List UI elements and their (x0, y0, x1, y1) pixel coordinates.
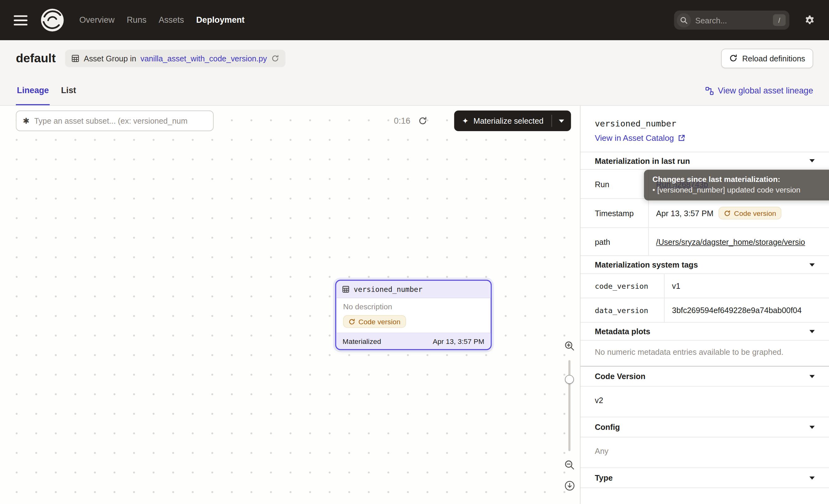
row-data-version: data_version 3bfc269594ef649228e9a74bab0… (580, 298, 829, 323)
code-version-tag-label: Code version (734, 209, 776, 217)
app-window: Overview Runs Assets Deployment / defaul… (0, 0, 829, 504)
search-input[interactable] (695, 15, 768, 25)
zoom-slider-track[interactable] (568, 360, 571, 451)
row-run-key: Run (580, 170, 648, 199)
asset-group-icon (72, 54, 79, 62)
global-search[interactable]: / (674, 10, 789, 30)
panel-top: versioned_number View in Asset Catalog (580, 106, 829, 143)
external-link-icon (678, 134, 685, 142)
nav-item-assets[interactable]: Assets (157, 13, 185, 27)
search-shortcut-badge: / (773, 14, 786, 26)
changes-tooltip: Changes since last materialization: • [v… (644, 170, 829, 200)
asset-subset-input[interactable] (34, 116, 207, 125)
refresh-graph-icon[interactable] (418, 116, 427, 125)
section-materialization-last-run[interactable]: Materialization in last run (580, 152, 829, 170)
zoom-controls (562, 340, 577, 491)
dagster-logo-icon[interactable] (40, 8, 65, 32)
view-in-catalog-link[interactable]: View in Asset Catalog (595, 133, 685, 143)
sync-icon (349, 318, 355, 325)
chevron-down-icon (559, 119, 564, 122)
section-metadata-plots[interactable]: Metadata plots (580, 323, 829, 341)
lineage-canvas[interactable]: ✱ 0:16 ✦ Materialize selected (0, 106, 580, 504)
section-label: Materialization system tags (595, 260, 698, 269)
tab-list[interactable]: List (60, 76, 77, 105)
sparkle-icon: ✦ (462, 116, 469, 126)
view-global-lineage-label: View global asset lineage (718, 86, 813, 96)
reload-group-icon[interactable] (271, 54, 279, 62)
code-version-tag: Code version (719, 207, 781, 220)
row-code-version-key: code_version (580, 274, 664, 297)
section-system-tags[interactable]: Materialization system tags (580, 256, 829, 274)
asset-node-versioned-number[interactable]: versioned_number No description Code ver… (335, 280, 492, 350)
tooltip-title: Changes since last materialization: (652, 175, 829, 183)
metadata-plots-empty-text: No numeric metadata entries available to… (580, 340, 829, 366)
view-in-catalog-label: View in Asset Catalog (595, 133, 674, 143)
zoom-slider[interactable] (565, 360, 574, 451)
tooltip-detail: • [versioned_number] updated code versio… (652, 186, 829, 194)
nav-item-runs[interactable]: Runs (126, 13, 148, 27)
row-path: path /Users/sryza/dagster_home/storage/v… (580, 228, 829, 256)
materialize-label: Materialize selected (473, 116, 543, 125)
asset-details-panel: versioned_number View in Asset Catalog M… (580, 106, 829, 504)
view-global-lineage-link[interactable]: View global asset lineage (705, 76, 813, 105)
asset-table-icon (342, 286, 350, 293)
materialized-time: Apr 13, 3:57 PM (433, 337, 484, 345)
main-nav: Overview Runs Assets Deployment (78, 13, 246, 27)
chevron-down-icon[interactable] (809, 330, 815, 333)
asset-group-pill: Asset Group in vanilla_asset_with_code_v… (65, 49, 285, 67)
panel-asset-title: versioned_number (595, 118, 815, 128)
section-label: Config (595, 422, 620, 431)
code-version-tag: Code version (343, 315, 406, 328)
page-title: default (16, 51, 56, 65)
materialize-dropdown-button[interactable] (552, 111, 571, 131)
page-header: default Asset Group in vanilla_asset_wit… (0, 40, 829, 76)
tab-lineage[interactable]: Lineage (16, 76, 50, 105)
sync-icon (724, 210, 731, 216)
zoom-slider-handle[interactable] (565, 375, 574, 384)
zoom-out-icon[interactable] (564, 460, 575, 471)
asset-node-description: No description (343, 302, 484, 312)
row-code-version: code_version v1 (580, 274, 829, 298)
settings-gear-icon[interactable] (804, 15, 815, 26)
chevron-down-icon[interactable] (809, 159, 815, 162)
section-config[interactable]: Config (580, 417, 829, 437)
nav-item-overview[interactable]: Overview (78, 13, 115, 27)
path-link[interactable]: /Users/sryza/dagster_home/storage/versio (656, 237, 805, 246)
section-label: Materialization in last run (595, 156, 690, 166)
chevron-down-icon[interactable] (809, 476, 815, 479)
timestamp-value: Apr 13, 3:57 PM (656, 209, 714, 218)
section-label: Type (595, 473, 613, 482)
lineage-graph-icon (705, 86, 714, 95)
hamburger-menu-icon[interactable] (14, 15, 27, 25)
asset-group-file-link[interactable]: vanilla_asset_with_code_version.py (140, 53, 267, 63)
code-version-tag-label: Code version (358, 317, 400, 325)
section-label: Code Version (595, 372, 646, 381)
chevron-down-icon[interactable] (809, 263, 815, 266)
nav-item-deployment[interactable]: Deployment (195, 13, 246, 27)
op-selector-icon: ✱ (23, 116, 29, 126)
materialize-selected-button[interactable]: ✦ Materialize selected (454, 111, 571, 131)
materialize-main[interactable]: ✦ Materialize selected (454, 111, 551, 131)
top-nav-bar: Overview Runs Assets Deployment / (0, 0, 829, 40)
zoom-in-icon[interactable] (564, 340, 575, 352)
row-timestamp-key: Timestamp (580, 199, 648, 227)
materialized-label: Materialized (343, 337, 381, 345)
row-timestamp: Timestamp Apr 13, 3:57 PM Code version (580, 199, 829, 228)
refresh-timer: 0:16 (394, 111, 427, 131)
asset-node-body: No description Code version (336, 298, 491, 333)
asset-node-title: versioned_number (354, 285, 423, 293)
data-version-value: 3bfc269594ef649228e9a74bab00f04 (672, 305, 802, 315)
asset-node-footer: Materialized Apr 13, 3:57 PM (336, 333, 491, 349)
config-value: Any (580, 437, 829, 468)
search-icon (677, 13, 691, 27)
download-image-icon[interactable] (564, 480, 575, 492)
chevron-down-icon[interactable] (809, 375, 815, 378)
section-label: Metadata plots (595, 327, 650, 336)
section-type[interactable]: Type (580, 468, 829, 488)
row-data-version-key: data_version (580, 298, 664, 322)
section-code-version[interactable]: Code Version (580, 367, 829, 387)
asset-subset-filter[interactable]: ✱ (16, 111, 214, 131)
reload-definitions-button[interactable]: Reload definitions (721, 48, 813, 68)
chevron-down-icon[interactable] (809, 426, 815, 429)
reload-definitions-label: Reload definitions (742, 53, 805, 63)
